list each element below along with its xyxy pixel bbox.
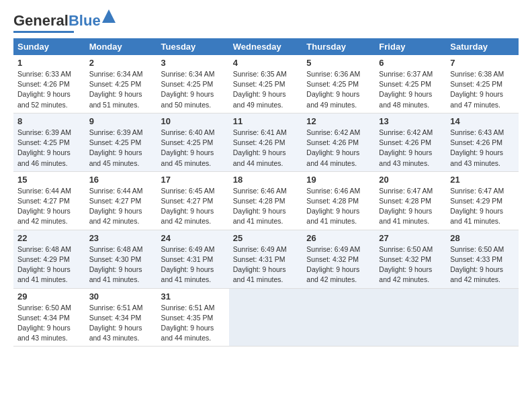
day-number: 30 xyxy=(89,291,153,302)
calendar-cell: 25Sunrise: 6:49 AM Sunset: 4:31 PM Dayli… xyxy=(229,230,303,288)
day-number: 26 xyxy=(306,233,371,243)
day-info: Sunrise: 6:46 AM Sunset: 4:28 PM Dayligh… xyxy=(306,187,360,226)
calendar-cell: 2Sunrise: 6:34 AM Sunset: 4:25 PM Daylig… xyxy=(85,55,157,113)
day-info: Sunrise: 6:42 AM Sunset: 4:26 PM Dayligh… xyxy=(306,128,360,167)
calendar-cell: 13Sunrise: 6:42 AM Sunset: 4:26 PM Dayli… xyxy=(375,113,446,171)
day-info: Sunrise: 6:34 AM Sunset: 4:25 PM Dayligh… xyxy=(89,70,143,109)
day-number: 11 xyxy=(233,116,299,126)
day-info: Sunrise: 6:43 AM Sunset: 4:26 PM Dayligh… xyxy=(450,128,504,167)
day-number: 7 xyxy=(450,58,515,68)
day-info: Sunrise: 6:42 AM Sunset: 4:26 PM Dayligh… xyxy=(379,128,433,167)
logo-general: General xyxy=(13,12,69,29)
day-number: 22 xyxy=(17,233,81,243)
day-info: Sunrise: 6:44 AM Sunset: 4:27 PM Dayligh… xyxy=(89,187,143,226)
calendar-cell: 11Sunrise: 6:41 AM Sunset: 4:26 PM Dayli… xyxy=(229,113,303,171)
col-header-saturday: Saturday xyxy=(446,38,519,55)
calendar-week-1: 1Sunrise: 6:33 AM Sunset: 4:26 PM Daylig… xyxy=(13,55,519,113)
calendar-cell: 18Sunrise: 6:46 AM Sunset: 4:28 PM Dayli… xyxy=(229,171,303,230)
day-number: 20 xyxy=(379,175,442,185)
calendar-cell: 26Sunrise: 6:49 AM Sunset: 4:32 PM Dayli… xyxy=(302,230,375,288)
day-number: 10 xyxy=(161,116,225,126)
day-info: Sunrise: 6:39 AM Sunset: 4:25 PM Dayligh… xyxy=(17,128,71,167)
day-info: Sunrise: 6:33 AM Sunset: 4:26 PM Dayligh… xyxy=(17,70,71,109)
day-info: Sunrise: 6:51 AM Sunset: 4:34 PM Dayligh… xyxy=(89,304,143,342)
day-number: 5 xyxy=(306,58,371,68)
calendar-cell xyxy=(375,288,446,347)
calendar-cell: 3Sunrise: 6:34 AM Sunset: 4:25 PM Daylig… xyxy=(157,55,229,113)
calendar-cell: 20Sunrise: 6:47 AM Sunset: 4:28 PM Dayli… xyxy=(375,171,446,230)
day-number: 31 xyxy=(161,291,225,302)
calendar-table: SundayMondayTuesdayWednesdayThursdayFrid… xyxy=(13,38,519,347)
calendar-cell: 5Sunrise: 6:36 AM Sunset: 4:25 PM Daylig… xyxy=(302,55,375,113)
day-info: Sunrise: 6:51 AM Sunset: 4:35 PM Dayligh… xyxy=(161,304,215,342)
day-info: Sunrise: 6:45 AM Sunset: 4:27 PM Dayligh… xyxy=(161,187,215,226)
day-number: 4 xyxy=(233,58,299,68)
col-header-monday: Monday xyxy=(85,38,157,55)
calendar-cell: 31Sunrise: 6:51 AM Sunset: 4:35 PM Dayli… xyxy=(157,288,229,347)
day-info: Sunrise: 6:49 AM Sunset: 4:31 PM Dayligh… xyxy=(233,245,287,284)
col-header-tuesday: Tuesday xyxy=(157,38,229,55)
day-number: 23 xyxy=(89,233,153,243)
calendar-cell: 28Sunrise: 6:50 AM Sunset: 4:33 PM Dayli… xyxy=(446,230,519,288)
day-info: Sunrise: 6:46 AM Sunset: 4:28 PM Dayligh… xyxy=(233,187,287,226)
calendar-week-5: 29Sunrise: 6:50 AM Sunset: 4:34 PM Dayli… xyxy=(13,288,519,347)
calendar-cell: 21Sunrise: 6:47 AM Sunset: 4:29 PM Dayli… xyxy=(446,171,519,230)
day-info: Sunrise: 6:37 AM Sunset: 4:25 PM Dayligh… xyxy=(379,70,433,109)
logo-triangle-icon xyxy=(102,9,116,23)
day-number: 14 xyxy=(450,116,515,126)
day-number: 1 xyxy=(17,58,81,68)
day-info: Sunrise: 6:49 AM Sunset: 4:32 PM Dayligh… xyxy=(306,245,360,284)
day-number: 17 xyxy=(161,175,225,185)
calendar-cell: 9Sunrise: 6:39 AM Sunset: 4:25 PM Daylig… xyxy=(85,113,157,171)
day-number: 15 xyxy=(17,175,81,185)
calendar-cell: 15Sunrise: 6:44 AM Sunset: 4:27 PM Dayli… xyxy=(13,171,85,230)
day-info: Sunrise: 6:40 AM Sunset: 4:25 PM Dayligh… xyxy=(161,128,215,167)
day-number: 6 xyxy=(379,58,442,68)
day-info: Sunrise: 6:39 AM Sunset: 4:25 PM Dayligh… xyxy=(89,128,143,167)
day-number: 9 xyxy=(89,116,153,126)
calendar-cell: 6Sunrise: 6:37 AM Sunset: 4:25 PM Daylig… xyxy=(375,55,446,113)
day-number: 13 xyxy=(379,116,442,126)
svg-marker-0 xyxy=(102,9,116,23)
day-info: Sunrise: 6:36 AM Sunset: 4:25 PM Dayligh… xyxy=(306,70,360,109)
day-info: Sunrise: 6:50 AM Sunset: 4:34 PM Dayligh… xyxy=(17,304,71,342)
day-info: Sunrise: 6:38 AM Sunset: 4:25 PM Dayligh… xyxy=(450,70,504,109)
day-info: Sunrise: 6:48 AM Sunset: 4:30 PM Dayligh… xyxy=(89,245,143,284)
day-number: 12 xyxy=(306,116,371,126)
col-header-thursday: Thursday xyxy=(302,38,375,55)
calendar-cell: 29Sunrise: 6:50 AM Sunset: 4:34 PM Dayli… xyxy=(13,288,85,347)
calendar-cell: 23Sunrise: 6:48 AM Sunset: 4:30 PM Dayli… xyxy=(85,230,157,288)
calendar-cell xyxy=(302,288,375,347)
logo-underline xyxy=(13,31,74,33)
day-number: 8 xyxy=(17,116,81,126)
day-number: 25 xyxy=(233,233,299,243)
calendar-cell: 1Sunrise: 6:33 AM Sunset: 4:26 PM Daylig… xyxy=(13,55,85,113)
calendar-cell: 10Sunrise: 6:40 AM Sunset: 4:25 PM Dayli… xyxy=(157,113,229,171)
calendar-cell xyxy=(229,288,303,347)
col-header-friday: Friday xyxy=(375,38,446,55)
day-number: 3 xyxy=(161,58,225,68)
calendar-cell xyxy=(446,288,519,347)
day-info: Sunrise: 6:48 AM Sunset: 4:29 PM Dayligh… xyxy=(17,245,71,284)
day-number: 28 xyxy=(450,233,515,243)
page-container: GeneralBlue SundayMondayTuesdayWednesday… xyxy=(0,0,532,353)
calendar-cell: 4Sunrise: 6:35 AM Sunset: 4:25 PM Daylig… xyxy=(229,55,303,113)
logo-blue: Blue xyxy=(69,12,101,29)
calendar-cell: 27Sunrise: 6:50 AM Sunset: 4:32 PM Dayli… xyxy=(375,230,446,288)
day-info: Sunrise: 6:50 AM Sunset: 4:33 PM Dayligh… xyxy=(450,245,504,284)
day-number: 21 xyxy=(450,175,515,185)
calendar-cell: 17Sunrise: 6:45 AM Sunset: 4:27 PM Dayli… xyxy=(157,171,229,230)
day-info: Sunrise: 6:41 AM Sunset: 4:26 PM Dayligh… xyxy=(233,128,287,167)
calendar-week-4: 22Sunrise: 6:48 AM Sunset: 4:29 PM Dayli… xyxy=(13,230,519,288)
calendar-cell: 30Sunrise: 6:51 AM Sunset: 4:34 PM Dayli… xyxy=(85,288,157,347)
day-number: 19 xyxy=(306,175,371,185)
col-header-wednesday: Wednesday xyxy=(229,38,303,55)
day-info: Sunrise: 6:34 AM Sunset: 4:25 PM Dayligh… xyxy=(161,70,215,109)
calendar-header-row: SundayMondayTuesdayWednesdayThursdayFrid… xyxy=(13,38,519,55)
calendar-cell: 19Sunrise: 6:46 AM Sunset: 4:28 PM Dayli… xyxy=(302,171,375,230)
day-info: Sunrise: 6:50 AM Sunset: 4:32 PM Dayligh… xyxy=(379,245,433,284)
calendar-cell: 7Sunrise: 6:38 AM Sunset: 4:25 PM Daylig… xyxy=(446,55,519,113)
header: GeneralBlue xyxy=(13,12,519,33)
day-number: 2 xyxy=(89,58,153,68)
day-number: 29 xyxy=(17,291,81,302)
